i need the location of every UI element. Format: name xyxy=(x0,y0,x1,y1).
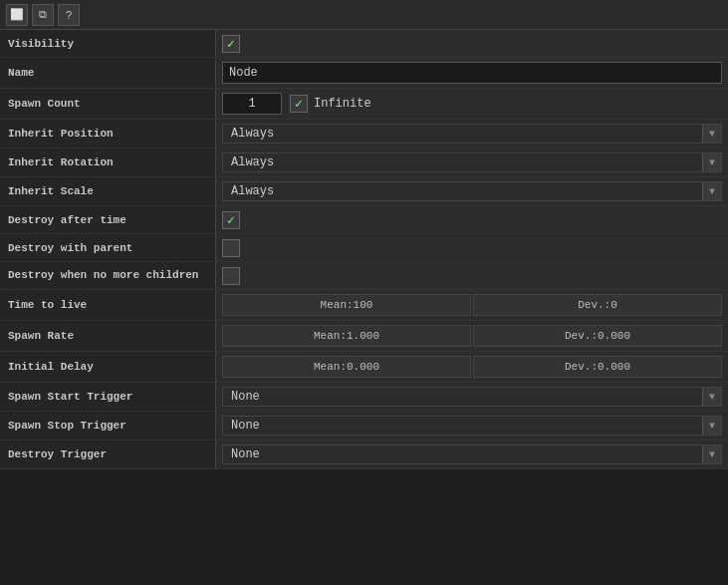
value-initial-delay: Mean:0.000Dev.:0.000 xyxy=(216,352,728,382)
label-visibility: Visibility xyxy=(0,30,216,57)
checkbox-destroy-after-time[interactable] xyxy=(222,211,240,229)
value-destroy-when-no-more-children xyxy=(216,262,728,289)
value-spawn-start-trigger: None▼ xyxy=(216,383,728,411)
value-inherit-position: Always▼ xyxy=(216,120,728,147)
infinite-label: Infinite xyxy=(314,97,371,111)
checkbox-visibility[interactable] xyxy=(222,35,240,53)
mean-spawn-rate[interactable]: Mean:1.000 xyxy=(222,325,471,347)
label-destroy-when-no-more-children: Destroy when no more children xyxy=(0,262,216,289)
property-row-visibility: Visibility xyxy=(0,30,728,58)
label-destroy-after-time: Destroy after time xyxy=(0,206,216,233)
checkbox-destroy-with-parent[interactable] xyxy=(222,239,240,257)
dropdown-value-destroy-trigger: None xyxy=(223,445,702,463)
mean-initial-delay[interactable]: Mean:0.000 xyxy=(222,356,471,378)
value-inherit-rotation: Always▼ xyxy=(216,148,728,176)
dev-time-to-live[interactable]: Dev.:0 xyxy=(473,294,722,316)
property-row-inherit-position: Inherit PositionAlways▼ xyxy=(0,120,728,148)
property-row-destroy-with-parent: Destroy with parent xyxy=(0,234,728,262)
value-destroy-after-time xyxy=(216,206,728,233)
value-inherit-scale: Always▼ xyxy=(216,177,728,205)
property-row-spawn-rate: Spawn RateMean:1.000Dev.:0.000 xyxy=(0,321,728,352)
value-destroy-trigger: None▼ xyxy=(216,440,728,468)
checkbox-destroy-when-no-more-children[interactable] xyxy=(222,267,240,285)
property-row-initial-delay: Initial DelayMean:0.000Dev.:0.000 xyxy=(0,352,728,383)
dropdown-arrow-inherit-scale[interactable]: ▼ xyxy=(702,182,721,200)
property-row-inherit-scale: Inherit ScaleAlways▼ xyxy=(0,177,728,206)
dropdown-inherit-scale[interactable]: Always▼ xyxy=(222,181,722,201)
dropdown-value-spawn-stop-trigger: None xyxy=(223,417,702,435)
toolbar: ⬜ ⧉ ? xyxy=(0,0,728,30)
dev-initial-delay[interactable]: Dev.:0.000 xyxy=(473,356,722,378)
mean-dev-row-spawn-rate: Mean:1.000Dev.:0.000 xyxy=(222,325,722,347)
infinite-container: Infinite xyxy=(290,95,371,113)
properties-panel: VisibilityNameSpawn CountInfiniteInherit… xyxy=(0,30,728,585)
dropdown-spawn-stop-trigger[interactable]: None▼ xyxy=(222,416,722,436)
value-spawn-rate: Mean:1.000Dev.:0.000 xyxy=(216,321,728,351)
toolbar-btn-1[interactable]: ⬜ xyxy=(6,4,28,26)
value-destroy-with-parent xyxy=(216,234,728,261)
dropdown-inherit-position[interactable]: Always▼ xyxy=(222,124,722,144)
property-row-inherit-rotation: Inherit RotationAlways▼ xyxy=(0,148,728,177)
dev-spawn-rate[interactable]: Dev.:0.000 xyxy=(473,325,722,347)
value-spawn-count: Infinite xyxy=(216,89,728,119)
dropdown-arrow-spawn-stop-trigger[interactable]: ▼ xyxy=(702,417,721,435)
mean-time-to-live[interactable]: Mean:100 xyxy=(222,294,471,316)
dropdown-arrow-destroy-trigger[interactable]: ▼ xyxy=(702,445,721,463)
property-row-spawn-stop-trigger: Spawn Stop TriggerNone▼ xyxy=(0,412,728,440)
label-spawn-stop-trigger: Spawn Stop Trigger xyxy=(0,412,216,439)
dropdown-inherit-rotation[interactable]: Always▼ xyxy=(222,152,722,172)
label-inherit-position: Inherit Position xyxy=(0,120,216,147)
property-row-spawn-count: Spawn CountInfinite xyxy=(0,89,728,120)
label-time-to-live: Time to live xyxy=(0,290,216,320)
label-inherit-scale: Inherit Scale xyxy=(0,177,216,205)
property-row-name: Name xyxy=(0,58,728,89)
dropdown-destroy-trigger[interactable]: None▼ xyxy=(222,444,722,464)
dropdown-arrow-inherit-position[interactable]: ▼ xyxy=(702,125,721,143)
dropdown-value-inherit-rotation: Always xyxy=(223,153,702,171)
toolbar-btn-help[interactable]: ? xyxy=(58,4,80,26)
dropdown-value-inherit-position: Always xyxy=(223,125,702,143)
input-name[interactable] xyxy=(222,62,722,84)
label-destroy-with-parent: Destroy with parent xyxy=(0,234,216,261)
mean-dev-row-time-to-live: Mean:100Dev.:0 xyxy=(222,294,722,316)
property-row-destroy-when-no-more-children: Destroy when no more children xyxy=(0,262,728,290)
label-destroy-trigger: Destroy Trigger xyxy=(0,440,216,468)
dropdown-value-spawn-start-trigger: None xyxy=(223,388,702,406)
property-row-spawn-start-trigger: Spawn Start TriggerNone▼ xyxy=(0,383,728,412)
value-name xyxy=(216,58,728,88)
property-row-time-to-live: Time to liveMean:100Dev.:0 xyxy=(0,290,728,321)
label-inherit-rotation: Inherit Rotation xyxy=(0,148,216,176)
mean-dev-row-initial-delay: Mean:0.000Dev.:0.000 xyxy=(222,356,722,378)
spawn-count-input[interactable] xyxy=(222,93,282,115)
label-spawn-rate: Spawn Rate xyxy=(0,321,216,351)
dropdown-arrow-spawn-start-trigger[interactable]: ▼ xyxy=(702,388,721,406)
label-name: Name xyxy=(0,58,216,88)
label-spawn-start-trigger: Spawn Start Trigger xyxy=(0,383,216,411)
dropdown-spawn-start-trigger[interactable]: None▼ xyxy=(222,387,722,407)
dropdown-arrow-inherit-rotation[interactable]: ▼ xyxy=(702,153,721,171)
value-visibility xyxy=(216,30,728,57)
label-spawn-count: Spawn Count xyxy=(0,89,216,119)
dropdown-value-inherit-scale: Always xyxy=(223,182,702,200)
property-row-destroy-after-time: Destroy after time xyxy=(0,206,728,234)
value-time-to-live: Mean:100Dev.:0 xyxy=(216,290,728,320)
value-spawn-stop-trigger: None▼ xyxy=(216,412,728,439)
infinite-checkbox[interactable] xyxy=(290,95,308,113)
property-row-destroy-trigger: Destroy TriggerNone▼ xyxy=(0,440,728,469)
toolbar-btn-2[interactable]: ⧉ xyxy=(32,4,54,26)
label-initial-delay: Initial Delay xyxy=(0,352,216,382)
